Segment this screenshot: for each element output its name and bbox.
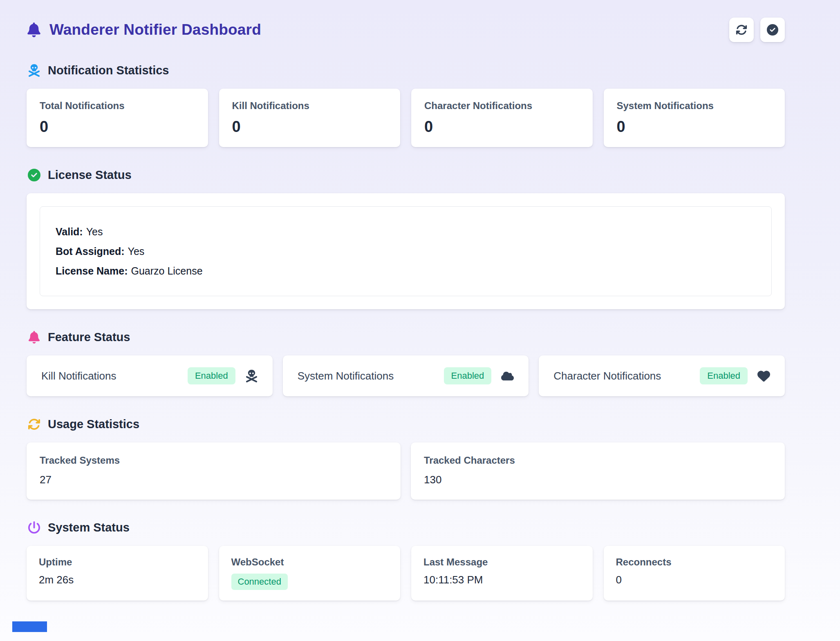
sys-label: Reconnects bbox=[616, 556, 773, 568]
license-card: Valid:Yes Bot Assigned:Yes License Name:… bbox=[27, 193, 785, 309]
feature-card-system-notifications: System Notifications Enabled bbox=[283, 355, 529, 396]
feature-status-grid: Kill Notifications Enabled System Notifi… bbox=[27, 355, 785, 396]
license-field-label: Bot Assigned: bbox=[56, 246, 125, 257]
section-header-notification-statistics: Notification Statistics bbox=[28, 64, 785, 77]
license-row-valid: Valid:Yes bbox=[56, 225, 756, 239]
refresh-icon bbox=[28, 418, 40, 431]
feature-card-character-notifications: Character Notifications Enabled bbox=[539, 355, 785, 396]
section-header-feature-status: Feature Status bbox=[28, 331, 785, 344]
system-status-grid: Uptime 2m 26s WebSocket Connected Last M… bbox=[27, 546, 785, 601]
usage-card-tracked-characters: Tracked Characters 130 bbox=[411, 442, 785, 500]
sys-card-reconnects: Reconnects 0 bbox=[604, 546, 785, 601]
refresh-icon bbox=[736, 24, 747, 36]
notification-stats-grid: Total Notifications 0 Kill Notifications… bbox=[27, 89, 785, 147]
heart-icon bbox=[757, 370, 770, 382]
stat-label: Character Notifications bbox=[424, 100, 580, 112]
section-title: Usage Statistics bbox=[48, 418, 139, 431]
section-title: Feature Status bbox=[48, 331, 130, 344]
usage-value: 27 bbox=[40, 473, 388, 486]
license-row-license-name: License Name:Guarzo License bbox=[56, 264, 756, 278]
license-field-label: Valid: bbox=[56, 226, 83, 237]
section-header-usage-statistics: Usage Statistics bbox=[28, 418, 785, 431]
cloud-icon bbox=[501, 370, 514, 382]
bell-icon bbox=[28, 331, 40, 344]
confirm-button[interactable] bbox=[760, 18, 785, 42]
usage-statistics-grid: Tracked Systems 27 Tracked Characters 13… bbox=[27, 442, 785, 500]
stat-label: Kill Notifications bbox=[232, 100, 388, 112]
license-details: Valid:Yes Bot Assigned:Yes License Name:… bbox=[40, 206, 772, 296]
bell-icon bbox=[27, 22, 41, 37]
sys-card-last-message: Last Message 10:11:53 PM bbox=[411, 546, 593, 601]
license-field-value: Guarzo License bbox=[131, 265, 202, 277]
feature-label: Character Notifications bbox=[553, 370, 661, 382]
page-title: Wanderer Notifier Dashboard bbox=[49, 21, 261, 38]
refresh-button[interactable] bbox=[729, 18, 754, 42]
app-header: Wanderer Notifier Dashboard bbox=[27, 17, 785, 42]
section-title: License Status bbox=[48, 168, 132, 182]
sys-label: WebSocket bbox=[231, 556, 388, 568]
section-header-license-status: License Status bbox=[28, 168, 785, 182]
stat-label: System Notifications bbox=[617, 100, 772, 112]
sys-label: Last Message bbox=[423, 556, 580, 568]
license-field-value: Yes bbox=[128, 246, 145, 257]
sys-label: Uptime bbox=[39, 556, 196, 568]
license-row-bot-assigned: Bot Assigned:Yes bbox=[56, 244, 756, 258]
usage-card-tracked-systems: Tracked Systems 27 bbox=[27, 442, 401, 500]
sys-value: 0 bbox=[616, 574, 773, 586]
usage-label: Tracked Systems bbox=[40, 455, 388, 466]
stat-card-system-notifications: System Notifications 0 bbox=[604, 89, 785, 147]
check-circle-icon bbox=[28, 169, 40, 181]
license-field-label: License Name: bbox=[56, 265, 128, 277]
usage-value: 130 bbox=[424, 473, 772, 486]
section-header-system-status: System Status bbox=[28, 521, 785, 534]
stat-value: 0 bbox=[617, 118, 772, 136]
enabled-badge: Enabled bbox=[444, 367, 492, 384]
section-title: Notification Statistics bbox=[48, 64, 169, 77]
stat-card-total-notifications: Total Notifications 0 bbox=[27, 89, 208, 147]
sys-card-websocket: WebSocket Connected bbox=[219, 546, 401, 601]
section-title: System Status bbox=[48, 521, 130, 534]
usage-label: Tracked Characters bbox=[424, 455, 772, 466]
stat-value: 0 bbox=[424, 118, 580, 136]
connected-badge: Connected bbox=[231, 574, 288, 590]
stat-value: 0 bbox=[40, 118, 195, 136]
enabled-badge: Enabled bbox=[700, 367, 748, 384]
skull-crossbones-icon bbox=[245, 370, 258, 382]
stat-value: 0 bbox=[232, 118, 388, 136]
check-circle-icon bbox=[767, 24, 778, 36]
feature-label: Kill Notifications bbox=[41, 370, 116, 382]
sys-card-uptime: Uptime 2m 26s bbox=[27, 546, 208, 601]
dashboard-page: Wanderer Notifier Dashboard Notification… bbox=[27, 0, 785, 601]
sys-value: 2m 26s bbox=[39, 574, 196, 586]
power-icon bbox=[28, 521, 40, 534]
license-field-value: Yes bbox=[86, 226, 103, 237]
enabled-badge: Enabled bbox=[188, 367, 235, 384]
sys-value: 10:11:53 PM bbox=[423, 574, 580, 586]
stat-card-kill-notifications: Kill Notifications 0 bbox=[219, 89, 401, 147]
stat-card-character-notifications: Character Notifications 0 bbox=[411, 89, 593, 147]
feature-card-kill-notifications: Kill Notifications Enabled bbox=[27, 355, 273, 396]
stat-label: Total Notifications bbox=[40, 100, 195, 112]
skull-crossbones-icon bbox=[28, 64, 40, 77]
feature-label: System Notifications bbox=[298, 370, 394, 382]
bottom-blue-bar bbox=[12, 621, 47, 632]
